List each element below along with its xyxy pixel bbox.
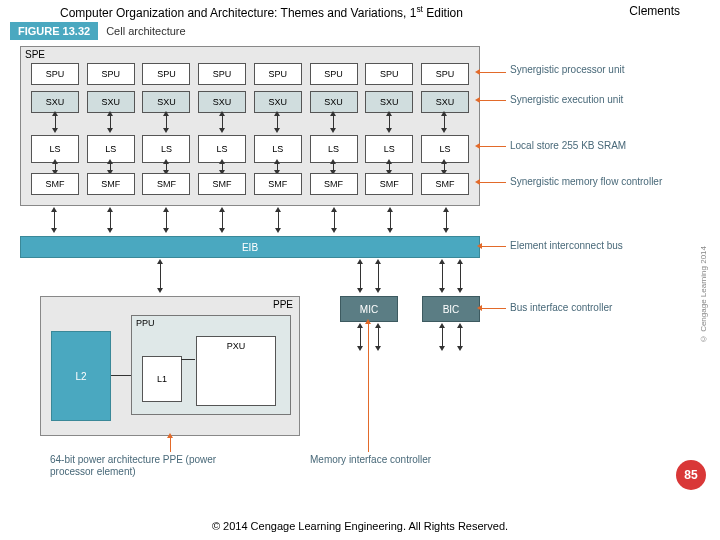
double-arrow-icon xyxy=(389,115,390,129)
double-arrow-icon xyxy=(277,163,278,171)
double-arrow-icon xyxy=(278,211,279,229)
sxu-box: SXU xyxy=(87,91,135,113)
double-arrow-icon xyxy=(378,327,379,347)
double-arrow-icon xyxy=(333,163,334,171)
header: Computer Organization and Architecture: … xyxy=(0,0,720,22)
ls-row: LS LS LS LS LS LS LS LS xyxy=(31,135,469,163)
double-arrow-icon xyxy=(166,115,167,129)
spu-box: SPU xyxy=(87,63,135,85)
sxu-box: SXU xyxy=(31,91,79,113)
leader-line xyxy=(368,324,369,452)
eib-bus: EIB xyxy=(20,236,480,258)
leader-line xyxy=(480,72,506,73)
spu-box: SPU xyxy=(365,63,413,85)
double-arrow-icon xyxy=(460,327,461,347)
double-arrow-icon xyxy=(222,115,223,129)
double-arrow-icon xyxy=(54,211,55,229)
spu-box: SPU xyxy=(254,63,302,85)
arrow-row xyxy=(31,163,469,173)
smf-box: SMF xyxy=(365,173,413,195)
ppe-container: PPE L2 PPU L1 PXU xyxy=(40,296,300,436)
double-arrow-icon xyxy=(277,115,278,129)
side-copyright: © Cengage Learning 2014 xyxy=(699,246,708,343)
double-arrow-icon xyxy=(222,211,223,229)
double-arrow-icon xyxy=(110,163,111,171)
double-arrow-icon xyxy=(166,211,167,229)
figure-label: FIGURE 13.32 Cell architecture xyxy=(10,22,710,40)
smf-box: SMF xyxy=(142,173,190,195)
connector xyxy=(181,359,195,360)
ppu-box: PPU L1 PXU xyxy=(131,315,291,415)
label-mic: Memory interface controller xyxy=(310,454,450,466)
label-smf: Synergistic memory flow controller xyxy=(510,176,662,188)
sxu-box: SXU xyxy=(198,91,246,113)
footer-copyright: © 2014 Cengage Learning Engineering. All… xyxy=(0,520,720,532)
spu-row: SPU SPU SPU SPU SPU SPU SPU SPU xyxy=(31,63,469,85)
leader-line xyxy=(480,100,506,101)
label-bic: Bus interface controller xyxy=(510,302,612,314)
double-arrow-icon xyxy=(442,263,443,289)
smf-box: SMF xyxy=(310,173,358,195)
l1-box: L1 xyxy=(142,356,182,402)
ppe-label: PPE xyxy=(273,299,293,310)
leader-line xyxy=(170,438,171,452)
ppu-label: PPU xyxy=(136,318,155,328)
sxu-box: SXU xyxy=(421,91,469,113)
smf-box: SMF xyxy=(87,173,135,195)
double-arrow-icon xyxy=(390,211,391,229)
pxu-box: PXU xyxy=(196,336,276,406)
double-arrow-icon xyxy=(378,263,379,289)
spu-box: SPU xyxy=(310,63,358,85)
double-arrow-icon xyxy=(222,163,223,171)
bic-box: BIC xyxy=(422,296,480,322)
label-ppe: 64-bit power architecture PPE (power pro… xyxy=(50,454,250,478)
spu-box: SPU xyxy=(198,63,246,85)
figure-title: Cell architecture xyxy=(98,25,185,37)
double-arrow-icon xyxy=(110,115,111,129)
sxu-box: SXU xyxy=(142,91,190,113)
double-arrow-icon xyxy=(55,115,56,129)
page-number-badge: 85 xyxy=(676,460,706,490)
figure-area: FIGURE 13.32 Cell architecture SPE SPU S… xyxy=(0,22,720,466)
l2-box: L2 xyxy=(51,331,111,421)
double-arrow-icon xyxy=(442,327,443,347)
double-arrow-icon xyxy=(389,163,390,171)
figure-number: FIGURE 13.32 xyxy=(10,22,98,40)
smf-box: SMF xyxy=(31,173,79,195)
sxu-row: SXU SXU SXU SXU SXU SXU SXU SXU xyxy=(31,91,469,113)
double-arrow-icon xyxy=(444,115,445,129)
leader-line xyxy=(482,246,506,247)
smf-box: SMF xyxy=(421,173,469,195)
label-spu: Synergistic processor unit xyxy=(510,64,625,76)
spu-box: SPU xyxy=(31,63,79,85)
sxu-box: SXU xyxy=(365,91,413,113)
double-arrow-icon xyxy=(360,327,361,347)
spe-label: SPE xyxy=(25,49,45,60)
leader-line xyxy=(480,182,506,183)
label-ls: Local store 255 KB SRAM xyxy=(510,140,626,152)
spe-container: SPE SPU SPU SPU SPU SPU SPU SPU SPU SXU … xyxy=(20,46,480,206)
double-arrow-icon xyxy=(55,163,56,171)
double-arrow-icon xyxy=(444,163,445,171)
double-arrow-icon xyxy=(166,163,167,171)
double-arrow-icon xyxy=(334,211,335,229)
double-arrow-icon xyxy=(160,263,161,289)
label-sxu: Synergistic execution unit xyxy=(510,94,623,106)
sxu-box: SXU xyxy=(254,91,302,113)
sxu-box: SXU xyxy=(310,91,358,113)
smf-box: SMF xyxy=(254,173,302,195)
label-eib: Element interconnect bus xyxy=(510,240,623,252)
smf-box: SMF xyxy=(198,173,246,195)
arrow-row xyxy=(31,115,469,129)
author: Clements xyxy=(629,4,680,20)
diagram: SPE SPU SPU SPU SPU SPU SPU SPU SPU SXU … xyxy=(10,46,710,466)
connector xyxy=(111,375,131,376)
spu-box: SPU xyxy=(421,63,469,85)
double-arrow-icon xyxy=(333,115,334,129)
double-arrow-icon xyxy=(110,211,111,229)
leader-line xyxy=(480,146,506,147)
spu-box: SPU xyxy=(142,63,190,85)
arrow-row xyxy=(30,211,470,229)
leader-line xyxy=(482,308,506,309)
double-arrow-icon xyxy=(446,211,447,229)
